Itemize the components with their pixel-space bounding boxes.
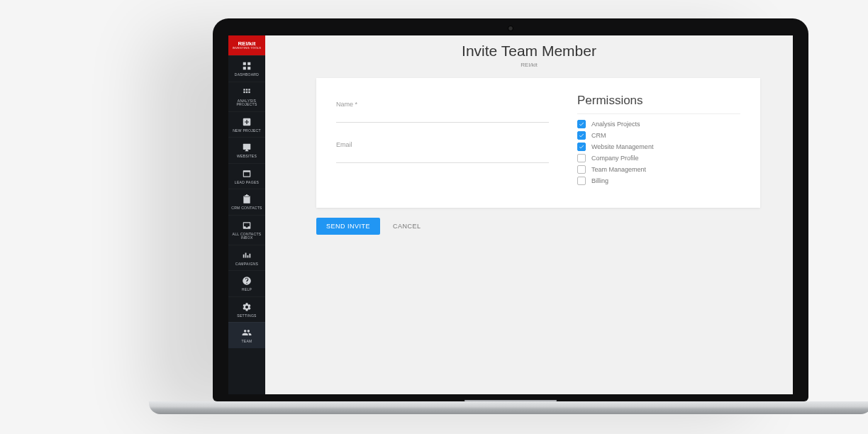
laptop-camera xyxy=(508,26,513,31)
permission-team-management[interactable]: Team Management xyxy=(577,165,740,174)
svg-rect-1 xyxy=(247,62,250,65)
email-field-group: Email xyxy=(336,141,549,163)
grid-icon xyxy=(242,61,252,71)
laptop-mockup: REI/kit INVESTING TOOLS DASHBOARD ANALYS… xyxy=(213,18,808,413)
sidebar-item-label: NEW PROJECT xyxy=(233,129,261,133)
sidebar-item-label: WEBSITES xyxy=(237,155,257,159)
permission-label: Team Management xyxy=(591,166,646,173)
plus-box-icon xyxy=(242,117,252,127)
permission-label: Billing xyxy=(591,177,608,184)
permission-crm[interactable]: CRM xyxy=(577,131,740,140)
sidebar-item-label: HELP xyxy=(242,288,252,292)
sidebar-item-label: CRM CONTACTS xyxy=(231,206,262,211)
app-screen: REI/kit INVESTING TOOLS DASHBOARD ANALYS… xyxy=(228,35,793,394)
page-header: Invite Team Member REI/kit xyxy=(265,35,793,74)
sidebar-item-label: TEAM xyxy=(241,340,252,344)
send-invite-button[interactable]: SEND INVITE xyxy=(316,218,380,235)
sidebar-item-label: ANALYSIS PROJECTS xyxy=(230,99,264,107)
sidebar-item-websites[interactable]: WEBSITES xyxy=(228,137,265,163)
svg-rect-7 xyxy=(243,91,245,92)
monitor-icon xyxy=(242,143,252,152)
sidebar-item-crm-contacts[interactable]: CRM CONTACTS xyxy=(228,189,265,215)
checkbox-icon[interactable] xyxy=(577,143,586,151)
help-icon xyxy=(242,276,252,286)
form-column: Name * Email xyxy=(336,94,549,188)
svg-rect-6 xyxy=(248,89,250,90)
laptop-base xyxy=(149,401,868,414)
brand-logo[interactable]: REI/kit INVESTING TOOLS xyxy=(228,35,265,55)
checkbox-icon[interactable] xyxy=(577,177,586,185)
svg-rect-0 xyxy=(243,62,246,65)
permission-analysis-projects[interactable]: Analysis Projects xyxy=(577,120,740,128)
action-row: SEND INVITE CANCEL xyxy=(316,218,760,235)
laptop-bezel: REI/kit INVESTING TOOLS DASHBOARD ANALYS… xyxy=(213,18,808,401)
svg-rect-8 xyxy=(246,91,247,92)
permission-label: Analysis Projects xyxy=(591,121,640,128)
sidebar-item-all-contacts-inbox[interactable]: ALL CONTACTS INBOX xyxy=(228,215,265,245)
main-content: Invite Team Member REI/kit Name * Email xyxy=(265,35,793,394)
svg-rect-2 xyxy=(243,67,246,69)
team-icon xyxy=(242,328,252,338)
sidebar-item-new-project[interactable]: NEW PROJECT xyxy=(228,111,265,138)
page-subtitle: REI/kit xyxy=(265,62,793,68)
name-field-group: Name * xyxy=(336,101,549,123)
sidebar-item-campaigns[interactable]: CAMPAIGNS xyxy=(228,245,265,271)
sidebar-item-help[interactable]: HELP xyxy=(228,270,265,296)
permission-website-management[interactable]: Website Management xyxy=(577,143,740,151)
name-input[interactable] xyxy=(336,109,549,123)
svg-rect-9 xyxy=(248,91,250,92)
checkbox-icon[interactable] xyxy=(577,131,586,140)
sidebar-item-label: CAMPAIGNS xyxy=(235,262,258,267)
email-input[interactable] xyxy=(336,150,549,163)
sidebar-item-analysis-projects[interactable]: ANALYSIS PROJECTS xyxy=(228,82,265,111)
permission-company-profile[interactable]: Company Profile xyxy=(577,154,740,162)
inbox-icon xyxy=(242,221,252,230)
invite-card: Name * Email Permissions xyxy=(316,78,760,208)
apps-icon xyxy=(242,87,252,97)
campaign-icon xyxy=(242,250,252,260)
permission-label: Website Management xyxy=(591,143,653,150)
divider xyxy=(577,113,740,114)
permissions-column: Permissions Analysis Projects CRM xyxy=(577,94,740,188)
svg-rect-5 xyxy=(246,89,247,90)
checkbox-icon[interactable] xyxy=(577,120,586,128)
permission-label: Company Profile xyxy=(591,155,639,162)
sidebar-item-label: ALL CONTACTS INBOX xyxy=(230,233,264,240)
cancel-button[interactable]: CANCEL xyxy=(393,223,421,230)
window-icon xyxy=(242,169,252,179)
gear-icon xyxy=(242,302,252,312)
permissions-title: Permissions xyxy=(577,94,740,108)
sidebar-item-dashboard[interactable]: DASHBOARD xyxy=(228,55,265,82)
sidebar-item-team[interactable]: TEAM xyxy=(228,322,265,348)
brand-tagline: INVESTING TOOLS xyxy=(233,47,262,50)
svg-rect-4 xyxy=(243,89,245,90)
email-label: Email xyxy=(336,141,549,148)
page-title: Invite Team Member xyxy=(265,43,793,60)
sidebar-item-lead-pages[interactable]: LEAD PAGES xyxy=(228,163,265,189)
permission-label: CRM xyxy=(591,132,606,139)
checkbox-icon[interactable] xyxy=(577,165,586,174)
svg-rect-3 xyxy=(247,67,250,69)
sidebar: REI/kit INVESTING TOOLS DASHBOARD ANALYS… xyxy=(228,35,265,394)
sidebar-item-label: DASHBOARD xyxy=(235,73,259,77)
checkbox-icon[interactable] xyxy=(577,154,586,162)
permission-billing[interactable]: Billing xyxy=(577,177,740,185)
clipboard-icon xyxy=(242,194,252,204)
sidebar-item-settings[interactable]: SETTINGS xyxy=(228,296,265,323)
sidebar-item-label: LEAD PAGES xyxy=(235,181,259,185)
sidebar-item-label: SETTINGS xyxy=(237,314,256,318)
name-label: Name * xyxy=(336,101,549,108)
